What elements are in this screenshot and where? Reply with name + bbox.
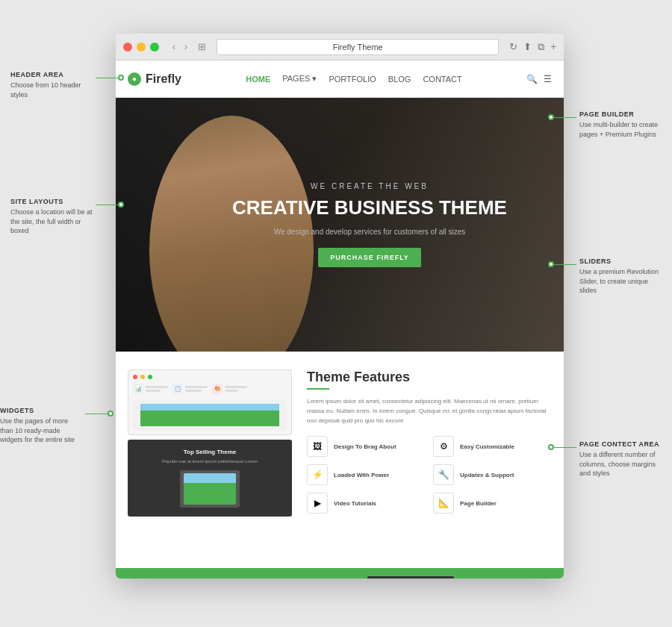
ss-dot-green xyxy=(148,375,152,379)
feature-icon-support: 🔧 xyxy=(433,464,454,485)
tab-line xyxy=(146,390,161,392)
forward-arrow[interactable]: › xyxy=(181,40,190,54)
hero-cta-button[interactable]: PURCHASE FIREFLY xyxy=(318,248,421,267)
tab-brand-creation: 🎨 xyxy=(212,384,247,394)
connector-dot-4 xyxy=(548,114,554,120)
back-arrow[interactable]: ‹ xyxy=(169,40,178,54)
nav-contact[interactable]: CONTACT xyxy=(423,75,461,84)
site-nav: HOME PAGES ▾ PORTFOLIO BLOG CONTACT xyxy=(246,74,461,84)
nav-pages[interactable]: PAGES ▾ xyxy=(282,74,317,84)
annotation-layouts-title: SITE LAYOUTS xyxy=(10,198,93,205)
feature-design: 🖼 Design To Brag About xyxy=(307,436,426,457)
annotation-content-title: PAGE CONTECT AREA xyxy=(579,440,662,448)
screenshot-top: 📊 📋 xyxy=(128,369,292,435)
annotation-content-connector xyxy=(548,444,579,450)
hero-content: WE CREATE THE WEB CREATIVE BUSINESS THEM… xyxy=(232,182,507,266)
annotation-builder-text: PAGE BUILDER Use multi-builder to create… xyxy=(579,110,662,139)
footer-cta-button[interactable]: PURCHASE FIREFLY xyxy=(367,576,454,579)
annotation-content-desc: Use a different number of columns, choos… xyxy=(579,450,662,478)
search-icon[interactable]: 🔍 xyxy=(526,74,538,84)
screenshot-bottom-text: Popular nae at lorem Ipsum pellentesque … xyxy=(134,458,286,464)
tab-line xyxy=(185,390,202,392)
refresh-icon[interactable]: ↻ xyxy=(509,41,517,53)
connector-dot-6 xyxy=(548,444,554,450)
device-screen-inner xyxy=(184,473,236,505)
connector-line-6 xyxy=(554,447,576,448)
annotation-header-title: HEADER AREA xyxy=(10,71,93,78)
tab-line xyxy=(185,386,208,388)
website-content: ● Firefly HOME PAGES ▾ PORTFOLIO BLOG CO… xyxy=(116,60,564,578)
address-bar[interactable]: Firefly Theme xyxy=(217,39,499,55)
annotation-builder-connector xyxy=(548,114,579,120)
screenshot-bottom: Top Selling Theme Popular nae at lorem I… xyxy=(128,440,292,517)
feature-icon-customizable: ⚙ xyxy=(433,436,454,457)
annotation-sliders-desc: Use a premium Revolution Slider, to crea… xyxy=(579,267,662,296)
tab-line xyxy=(225,390,238,392)
annotation-header-text: HEADER AREA Choose from 10 header styles xyxy=(10,71,93,99)
annotation-layouts-desc: Choose a location will be at the site, t… xyxy=(10,208,93,236)
nav-arrows: ‹ › xyxy=(169,40,190,54)
feature-label-builder: Page Builder xyxy=(460,500,497,507)
annotation-header-desc: Choose from 10 header styles xyxy=(10,81,93,99)
features-divider xyxy=(307,388,329,390)
browser-window: ‹ › ⊞ Firefly Theme ↻ ⬆ ⧉ + ● Firefly HO… xyxy=(116,34,564,578)
site-logo: ● Firefly xyxy=(128,72,181,86)
annotation-builder-title: PAGE BUILDER xyxy=(579,110,662,118)
browser-toolbar: ‹ › ⊞ Firefly Theme ↻ ⬆ ⧉ + xyxy=(116,34,564,60)
preview-image xyxy=(140,404,279,426)
connector-dot-5 xyxy=(548,261,554,267)
tab-company-analysis: 📊 xyxy=(133,384,168,394)
feature-customizable: ⚙ Easy Customizable xyxy=(433,436,552,457)
site-header: ● Firefly HOME PAGES ▾ PORTFOLIO BLOG CO… xyxy=(116,60,564,98)
nav-home[interactable]: HOME xyxy=(246,75,270,84)
connector-line-5 xyxy=(554,264,576,265)
screenshot-dots xyxy=(133,375,287,379)
tab-line xyxy=(225,386,247,388)
new-tab-icon[interactable]: + xyxy=(550,41,556,53)
connector-line-3 xyxy=(85,414,108,414)
nav-portfolio[interactable]: PORTFOLIO xyxy=(329,75,376,84)
screenshot-tabs: 📊 📋 xyxy=(133,384,287,394)
features-screenshots: 📊 📋 xyxy=(128,369,292,550)
logo-dot: ● xyxy=(132,75,137,83)
feature-label-customizable: Easy Customizable xyxy=(460,443,514,450)
tab-line xyxy=(146,386,168,388)
page-url: Firefly Theme xyxy=(333,43,383,52)
ss-dot-yellow xyxy=(140,375,145,379)
menu-icon[interactable]: ☰ xyxy=(544,74,552,84)
device-screen xyxy=(184,473,236,505)
annotation-widgets-desc: Use the pages of more than 10 ready-made… xyxy=(0,417,82,445)
feature-icon-power: ⚡ xyxy=(307,464,328,485)
connector-line-2 xyxy=(96,205,118,205)
tab-lines-3 xyxy=(225,386,247,392)
connector-dot xyxy=(118,75,124,81)
annotation-sliders-title: SLIDERS xyxy=(579,258,662,265)
feature-label-support: Updates & Support xyxy=(460,472,514,478)
site-nav-icons: 🔍 ☰ xyxy=(526,74,552,84)
feature-label-tutorials: Video Tutorials xyxy=(334,500,376,507)
feature-label-power: Loaded With Power xyxy=(334,472,389,478)
close-dot[interactable] xyxy=(123,43,132,52)
annotation-site-layouts: SITE LAYOUTS Choose a location will be a… xyxy=(10,198,124,236)
tab-icon-3: 🎨 xyxy=(212,384,223,394)
feature-tutorials: ▶ Video Tutorials xyxy=(307,493,426,514)
share-icon[interactable]: ⬆ xyxy=(523,41,532,53)
logo-icon: ● xyxy=(128,72,141,86)
logo-text: Firefly xyxy=(146,72,181,86)
tabs-icon[interactable]: ⧉ xyxy=(538,41,544,53)
tab-lines-1 xyxy=(146,386,168,392)
view-icon: ⊞ xyxy=(198,41,206,52)
feature-icon-design: 🖼 xyxy=(307,436,328,457)
footer-bar: Create beatiful Web site With Firefly Th… xyxy=(116,568,564,578)
maximize-dot[interactable] xyxy=(150,43,159,52)
annotation-widgets: WIDGETS Use the pages of more than 10 re… xyxy=(0,407,113,445)
ss-dot-red xyxy=(133,375,137,379)
features-section: 📊 📋 xyxy=(116,352,564,568)
annotation-layouts-connector xyxy=(93,202,124,208)
nav-blog[interactable]: BLOG xyxy=(388,75,411,84)
screenshot-bottom-title: Top Selling Theme xyxy=(134,449,286,455)
annotation-layouts-text: SITE LAYOUTS Choose a location will be a… xyxy=(10,198,93,236)
hero-title: CREATIVE BUSINESS THEME xyxy=(232,196,507,219)
minimize-dot[interactable] xyxy=(137,43,146,52)
annotation-content-text: PAGE CONTECT AREA Use a different number… xyxy=(579,440,662,478)
